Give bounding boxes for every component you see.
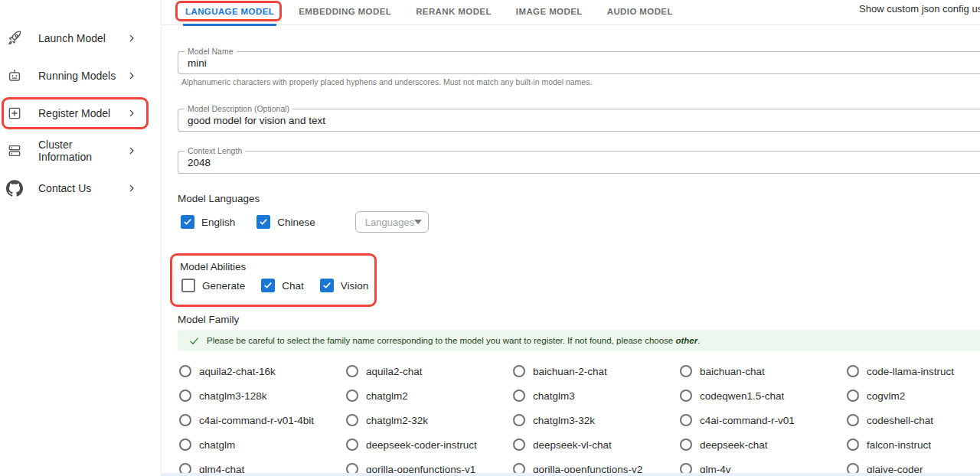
radio-unchecked-icon <box>179 414 191 426</box>
radio-unchecked-icon <box>346 414 358 426</box>
sidebar-item-label: Register Model <box>38 107 126 119</box>
radio-option-deepseek-coder-instruct[interactable]: deepseek-coder-instruct <box>346 432 513 457</box>
radio-unchecked-icon <box>847 390 859 402</box>
radio-option-codeqwen1-5-chat[interactable]: codeqwen1.5-chat <box>680 383 847 408</box>
radio-option-label: baichuan-2-chat <box>533 366 607 377</box>
radio-option-label: codeshell-chat <box>867 415 933 426</box>
radio-unchecked-icon <box>513 390 525 402</box>
cluster-icon <box>6 142 23 159</box>
radio-option-deepseek-vl-chat[interactable]: deepseek-vl-chat <box>513 432 680 457</box>
radio-option-chatglm3-32k[interactable]: chatglm3-32k <box>513 408 680 432</box>
tab-audio-model[interactable]: AUDIO MODEL <box>605 0 675 25</box>
radio-option-c4ai-command-r-v01[interactable]: c4ai-command-r-v01 <box>680 408 847 432</box>
radio-unchecked-icon <box>346 390 358 402</box>
radio-option-chatglm2[interactable]: chatglm2 <box>346 383 513 408</box>
tab-image-model[interactable]: IMAGE MODEL <box>514 0 585 25</box>
model-abilities-annotation-box: Model Abilities GenerateChatVision <box>170 253 377 307</box>
sidebar-item-cluster-information[interactable]: Cluster Information <box>0 137 161 165</box>
radio-unchecked-icon <box>513 365 525 377</box>
sidebar-item-register-model[interactable]: Register Model <box>0 99 161 127</box>
model-name-helper: Alphanumeric characters with properly pl… <box>181 77 980 86</box>
languages-select[interactable]: Languages <box>355 211 429 233</box>
radio-option-label: baichuan-chat <box>700 366 765 377</box>
radio-option-chatglm3[interactable]: chatglm3 <box>513 383 680 408</box>
sidebar-item-launch-model[interactable]: Launch Model <box>0 24 161 52</box>
tab-rerank-model[interactable]: RERANK MODEL <box>413 0 494 25</box>
model-languages-title: Model Languages <box>178 193 980 204</box>
model-abilities-title: Model Abilities <box>180 261 374 272</box>
checkbox-label: Generate <box>202 280 245 292</box>
radio-unchecked-icon <box>680 365 692 377</box>
chevron-right-icon <box>126 32 138 44</box>
radio-option-label: c4ai-command-r-v01 <box>700 415 795 426</box>
model-family-notice: Please be careful to select the family n… <box>178 330 980 351</box>
radio-unchecked-icon <box>847 365 859 377</box>
checkbox-label: Vision <box>341 280 369 292</box>
sidebar-item-label: Cluster Information <box>38 139 126 163</box>
checkbox-chinese[interactable]: Chinese <box>256 215 315 229</box>
model-languages-row: EnglishChineseLanguages <box>181 211 980 233</box>
radio-option-baichuan-chat[interactable]: baichuan-chat <box>680 359 847 383</box>
tab-embedding-model[interactable]: EMBEDDING MODEL <box>296 0 394 25</box>
show-custom-json-config-link[interactable]: Show custom json config used b <box>859 3 980 15</box>
radio-option-deepseek-chat[interactable]: deepseek-chat <box>680 432 847 457</box>
radio-option-c4ai-command-r-v01-4bit[interactable]: c4ai-command-r-v01-4bit <box>179 408 346 432</box>
radio-option-chatglm3-128k[interactable]: chatglm3-128k <box>179 383 346 408</box>
sidebar-item-running-models[interactable]: Running Models <box>0 62 161 90</box>
radio-option-label: chatglm3-32k <box>533 415 595 426</box>
model-description-field: Model Description (Optional) <box>178 109 980 132</box>
sidebar-item-label: Contact Us <box>38 182 126 194</box>
radio-unchecked-icon <box>346 365 358 377</box>
radio-option-label: chatglm2 <box>366 390 408 402</box>
caret-down-icon <box>414 220 422 224</box>
chevron-right-icon <box>126 182 138 194</box>
radio-option-chatglm[interactable]: chatglm <box>179 432 346 457</box>
model-name-input[interactable] <box>178 51 980 74</box>
radio-option-aquila2-chat[interactable]: aquila2-chat <box>346 359 513 383</box>
radio-option-chatglm2-32k[interactable]: chatglm2-32k <box>346 408 513 432</box>
radio-option-label: aquila2-chat <box>366 366 423 377</box>
radio-option-label: chatglm2-32k <box>366 415 428 426</box>
radio-unchecked-icon <box>513 414 525 426</box>
sidebar-item-contact-us[interactable]: Contact Us <box>0 174 161 202</box>
radio-option-label: chatglm3 <box>533 390 575 402</box>
radio-option-label: c4ai-command-r-v01-4bit <box>199 415 314 426</box>
sidebar-item-label: Launch Model <box>38 32 126 44</box>
radio-option-baichuan-2-chat[interactable]: baichuan-2-chat <box>513 359 680 383</box>
checkbox-label: English <box>201 217 235 228</box>
checkbox-vision[interactable]: Vision <box>320 279 369 292</box>
tab-language-model[interactable]: LANGUAGE MODEL <box>183 0 276 25</box>
radio-option-codeshell-chat[interactable]: codeshell-chat <box>847 408 980 432</box>
radio-unchecked-icon <box>847 414 859 426</box>
context-length-label: Context Length <box>185 146 245 155</box>
checkbox-checked-icon <box>261 279 275 292</box>
radio-unchecked-icon <box>346 439 358 451</box>
radio-option-falcon-instruct[interactable]: falcon-instruct <box>847 432 980 457</box>
radio-option-label: aquila2-chat-16k <box>199 366 276 377</box>
radio-option-label: chatglm3-128k <box>199 390 267 402</box>
checkbox-label: Chat <box>282 280 304 292</box>
active-tab-indicator <box>183 24 276 26</box>
radio-unchecked-icon <box>847 439 859 451</box>
sidebar-item-label: Running Models <box>38 70 126 82</box>
checkbox-english[interactable]: English <box>181 215 235 229</box>
radio-option-aquila2-chat-16k[interactable]: aquila2-chat-16k <box>179 359 346 383</box>
model-abilities-row: GenerateChatVision <box>181 275 374 295</box>
checkbox-chat[interactable]: Chat <box>261 279 304 292</box>
model-name-label: Model Name <box>185 47 237 56</box>
checkbox-checked-icon <box>256 215 270 229</box>
robot-icon <box>6 67 23 84</box>
checkbox-generate[interactable]: Generate <box>181 279 245 292</box>
radio-unchecked-icon <box>680 439 692 451</box>
context-length-input[interactable] <box>178 151 980 174</box>
checkbox-checked-icon <box>181 215 194 229</box>
radio-option-code-llama-instruct[interactable]: code-llama-instruct <box>847 359 980 383</box>
radio-unchecked-icon <box>179 439 191 451</box>
radio-unchecked-icon <box>513 439 525 451</box>
radio-option-label: chatglm <box>199 439 235 451</box>
github-icon <box>6 180 23 197</box>
radio-option-cogvlm2[interactable]: cogvlm2 <box>847 383 980 408</box>
model-description-input[interactable] <box>178 109 980 132</box>
tabs-bar: LANGUAGE MODELEMBEDDING MODELRERANK MODE… <box>162 0 980 25</box>
context-length-field: Context Length <box>178 151 980 174</box>
